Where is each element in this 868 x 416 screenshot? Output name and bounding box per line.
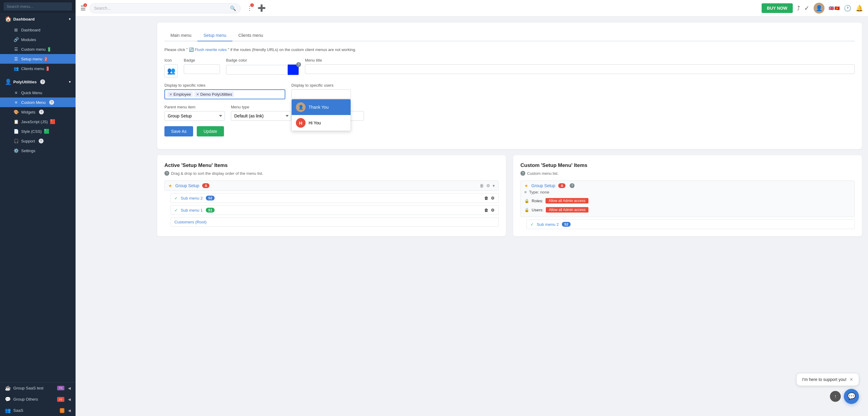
- sidebar-item-custom-menu[interactable]: ☰ Custom menu 1: [0, 44, 75, 54]
- dropdown-item-thank-you[interactable]: 👤 Thank You: [292, 99, 350, 115]
- bell-icon[interactable]: 🔔: [856, 4, 863, 12]
- add-button[interactable]: ➕: [257, 4, 266, 12]
- menu-type-select[interactable]: Default (as link): [231, 111, 291, 121]
- icon-group: Icon 👥: [164, 58, 178, 78]
- sidebar-item-dashboard[interactable]: ⊞ Dashboard: [0, 25, 75, 35]
- flush-rules-link[interactable]: Flush rewrite rules: [195, 47, 227, 52]
- roles-tags-input[interactable]: ✕ Employee ✕ Demo PolyUtilities: [164, 89, 285, 99]
- roles-lock-icon: 🔒: [524, 199, 529, 203]
- tab-clients-menu[interactable]: Clients menu: [232, 30, 269, 41]
- menu-title-input[interactable]: Customers: [305, 64, 855, 74]
- chat-bubble: I'm here to support you! ✕: [796, 373, 859, 386]
- chevron-down-icon: ▾: [69, 17, 71, 21]
- topbar-right: BUY NOW ⤴ ✓ 👤 🇬🇧 🇻🇳 🕐 🔔: [762, 3, 863, 13]
- parent-menu-label: Parent menu item: [164, 105, 225, 109]
- active-help-icon[interactable]: ?: [164, 171, 169, 176]
- group-others-label: Group Others: [13, 397, 55, 402]
- color-swatch-q-icon: ?: [296, 62, 301, 67]
- sidebar-item-custom-menu-poly[interactable]: ≡ Custom Menu ?: [0, 98, 75, 107]
- custom-submenu-2-name[interactable]: Sub menu 2: [537, 222, 559, 227]
- gear-s2-icon[interactable]: ⚙: [491, 196, 495, 201]
- update-button[interactable]: Update: [197, 126, 224, 136]
- trash-icon[interactable]: 🗑: [479, 183, 484, 188]
- dropdown-item-hi-you[interactable]: H Hi You: [292, 115, 350, 131]
- active-submenu-2-name[interactable]: Sub menu 2: [181, 196, 203, 201]
- sidebar-item-group-others[interactable]: 💬 Group Others Hi ◀: [0, 394, 75, 405]
- sidebar-item-widgets[interactable]: 🎨 Widgets ?: [0, 107, 75, 117]
- gear-s1-icon[interactable]: ⚙: [491, 208, 495, 212]
- clock-icon[interactable]: 🕐: [844, 4, 851, 12]
- remove-employee-icon[interactable]: ✕: [169, 92, 172, 97]
- sidebar-search-container: [0, 0, 75, 13]
- active-submenu-2: ✓ Sub menu 2 S2 🗑 ⚙: [170, 193, 499, 203]
- trash-s2-icon[interactable]: 🗑: [484, 196, 488, 201]
- saas-collapse-icon: ◀: [68, 386, 71, 390]
- custom-items-card: Custom 'Setup Menu' Items ? Custom menu …: [513, 155, 862, 236]
- trash-s1-icon[interactable]: 🗑: [484, 208, 488, 212]
- sidebar-item-setup-menu[interactable]: ☰ Setup menu 2: [0, 54, 75, 64]
- sidebar-item-clients-menu[interactable]: 👥 Clients menu 3: [0, 64, 75, 73]
- topbar-dots-btn[interactable]: ⋮ ?: [247, 4, 253, 12]
- sidebar-item-saas[interactable]: 👥 SaaS ! ◀: [0, 405, 75, 416]
- sidebar-item-group-saas[interactable]: ☕ Group SaaS test Hii ◀: [0, 382, 75, 394]
- color-swatch[interactable]: ?: [288, 64, 299, 75]
- active-submenu-2-badge: S2: [206, 196, 215, 201]
- custom-group-setup-header: ★ Group Setup A ?: [524, 183, 851, 188]
- active-customers-name[interactable]: Customers (Root): [175, 220, 207, 224]
- modules-icon: 🔗: [13, 37, 19, 42]
- gear-icon[interactable]: ⚙: [486, 183, 490, 188]
- topbar: ☰ 2 🔍 ⋮ ? ➕ BUY NOW ⤴ ✓ 👤 🇬🇧 🇻🇳 🕐 🔔: [75, 0, 868, 16]
- user-icon: 👤: [5, 78, 11, 85]
- topbar-menu-btn[interactable]: ☰ 2: [81, 4, 86, 12]
- topbar-search-input[interactable]: [94, 6, 227, 10]
- custom-group-q-icon[interactable]: ?: [570, 183, 575, 188]
- user-avatar[interactable]: 👤: [814, 3, 825, 13]
- form-card: Main menu Setup menu Clients menu Please…: [157, 23, 862, 149]
- display-roles-group: Display to specific roles ✕ Employee ✕ D…: [164, 83, 285, 99]
- sidebar-item-dashboard-group[interactable]: 🏠 Dashboard ▾: [0, 13, 75, 25]
- check-icon[interactable]: ✓: [804, 4, 809, 12]
- chat-close-icon[interactable]: ✕: [849, 377, 853, 382]
- sidebar-item-polyutilities[interactable]: 👤 PolyUtilities ? ▾: [0, 76, 75, 88]
- share-icon[interactable]: ⤴: [797, 5, 800, 12]
- sidebar-item-support[interactable]: 🎧 Support ?: [0, 136, 75, 146]
- chat-bubble-text: I'm here to support you!: [802, 377, 846, 382]
- sidebar-item-javascript[interactable]: 📋 JavaScript (JS) ?: [0, 117, 75, 127]
- flag-icons: 🇬🇧 🇻🇳: [829, 6, 840, 10]
- display-roles-label: Display to specific roles: [164, 83, 285, 88]
- scroll-top-button[interactable]: ↑: [830, 391, 841, 402]
- custom-items-title: Custom 'Setup Menu' Items: [521, 163, 855, 168]
- tab-main-menu[interactable]: Main menu: [164, 30, 197, 41]
- users-input-container: you 👤 Thank You H Hi You: [291, 89, 351, 99]
- parent-menu-select[interactable]: Group Setup: [164, 111, 225, 121]
- sidebar-item-style-css[interactable]: 📄 Style (CSS) ?: [0, 127, 75, 136]
- badge-color-label: Badge color: [226, 58, 299, 63]
- save-as-button[interactable]: Save As: [164, 126, 193, 136]
- flag-uk: 🇬🇧: [829, 6, 834, 10]
- sidebar-search-input[interactable]: [4, 2, 72, 10]
- remove-demo-icon[interactable]: ✕: [196, 92, 199, 97]
- active-group-setup-name[interactable]: Group Setup: [175, 183, 199, 188]
- buy-now-button[interactable]: BUY NOW: [762, 3, 793, 13]
- chevron-down-icon[interactable]: ▾: [493, 183, 495, 188]
- chat-open-button[interactable]: 💬: [844, 389, 859, 404]
- custom-menu-badge: 1: [48, 47, 50, 51]
- custom-help-icon[interactable]: ?: [521, 171, 525, 176]
- custom-group-setup-name[interactable]: Group Setup: [531, 183, 555, 188]
- css-icon: 📄: [13, 129, 19, 134]
- sidebar-item-quick-menu[interactable]: ≡ Quick Menu: [0, 88, 75, 98]
- badge-color-input[interactable]: #0025ff: [226, 65, 288, 75]
- active-submenu-1-name[interactable]: Sub menu 1: [181, 208, 203, 212]
- js-icon: 📋: [13, 119, 19, 124]
- poly-q-badge: ?: [40, 79, 45, 84]
- sidebar-item-modules[interactable]: 🔗 Modules: [0, 35, 75, 44]
- users-icon: 👥: [167, 67, 175, 75]
- sidebar-item-settings[interactable]: ⚙️ Settings: [0, 146, 75, 155]
- active-submenu-2-actions: 🗑 ⚙: [484, 196, 495, 201]
- icon-preview[interactable]: 👥: [164, 64, 178, 78]
- badge-input[interactable]: C: [184, 64, 220, 74]
- users-search-input[interactable]: you: [291, 89, 351, 99]
- star-icon: ★: [168, 183, 172, 188]
- tab-setup-menu[interactable]: Setup menu: [197, 30, 232, 41]
- type-list-icon: ≡: [524, 190, 527, 195]
